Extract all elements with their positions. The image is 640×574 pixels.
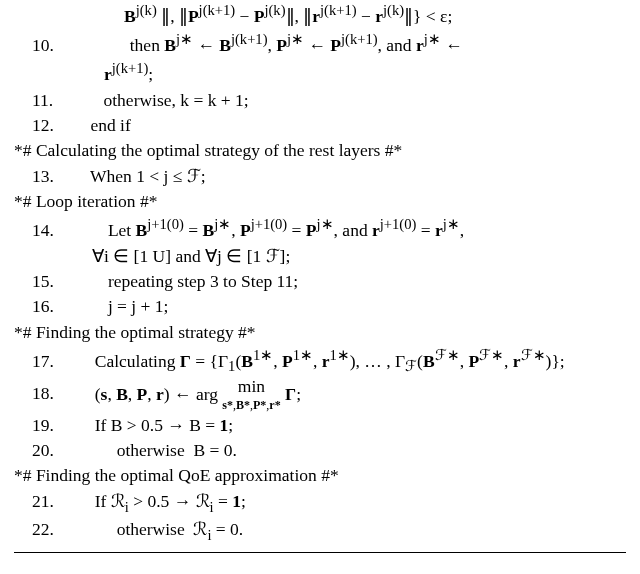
algo-comment-1: *# Calculating the optimal strategy of t… [14, 138, 626, 163]
algo-line-12: 12. end if [14, 113, 626, 138]
algo-line-16: 16. j = j + 1; [14, 294, 626, 319]
algo-comment-4: *# Finding the optimal QoE approximation… [14, 463, 626, 488]
algorithm-page: Bj(k) ‖, ‖Pj(k+1) − Pj(k)‖, ‖rj(k+1) − r… [0, 0, 640, 574]
line-number: 19. [14, 413, 86, 438]
algo-line-10: 10. then Bj∗ ← Bj(k+1), Pj∗ ← Pj(k+1), a… [14, 29, 626, 58]
algo-comment-2: *# Loop iteration #* [14, 189, 626, 214]
algo-line-11: 11. otherwise, k = k + 1; [14, 88, 626, 113]
line-number: 15. [14, 269, 86, 294]
line-number: 21. [14, 489, 86, 514]
line-number: 10. [14, 33, 86, 58]
algo-line-15: 15. repeating step 3 to Step 11; [14, 269, 626, 294]
line-number: 16. [14, 294, 86, 319]
line-number: 13. [14, 164, 86, 189]
line-number: 18. [14, 381, 86, 406]
line-number: 17. [14, 349, 86, 374]
algo-line-14: 14. Let Bj+1(0) = Bj∗, Pj+1(0) = Pj∗, an… [14, 214, 626, 243]
line-number: 12. [14, 113, 86, 138]
algo-line-10b: rj(k+1); [14, 58, 626, 87]
line-number: 22. [14, 517, 86, 542]
algo-line-14b: ∀i ∈ [1 U] and ∀j ∈ [1 ℱ]; [14, 244, 626, 269]
bottom-rule [14, 552, 626, 553]
line-number: 11. [14, 88, 86, 113]
line-number: 20. [14, 438, 86, 463]
text: repeating step 3 to Step 11; [108, 271, 298, 291]
algo-line-17: 17. Calculating Γ = {Γ1(B1∗, P1∗, r1∗), … [14, 345, 626, 377]
algo-line-22: 22. otherwise ℛi = 0. [14, 517, 626, 546]
algo-line-cont-top: Bj(k) ‖, ‖Pj(k+1) − Pj(k)‖, ‖rj(k+1) − r… [14, 0, 626, 29]
line-number: 14. [14, 218, 86, 243]
algo-line-20: 20. otherwise B = 0. [14, 438, 626, 463]
algo-line-13: 13. When 1 < j ≤ ℱ; [14, 164, 626, 189]
algo-comment-3: *# Finding the optimal strategy #* [14, 320, 626, 345]
algo-line-18: 18. (s, B, P, r) ← arg mins*,B*,P*,r* Γ; [14, 378, 626, 413]
algo-line-19: 19. If B > 0.5 → B = 1; [14, 413, 626, 438]
algo-line-21: 21. If ℛi > 0.5 → ℛi = 1; [14, 489, 626, 518]
